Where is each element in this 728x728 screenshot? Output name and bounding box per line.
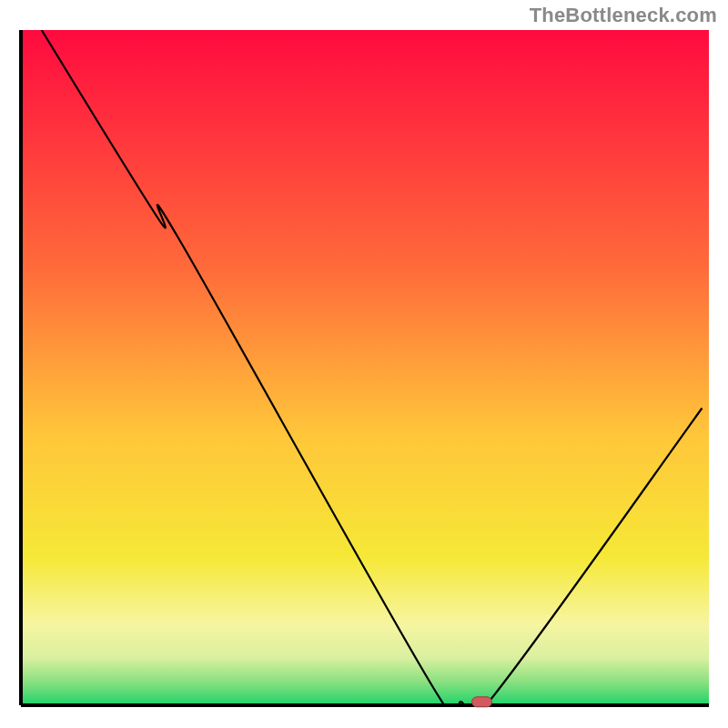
markers <box>472 697 492 707</box>
chart-svg <box>0 0 728 728</box>
plot-background-gradient <box>21 30 709 705</box>
dip-marker <box>472 697 492 707</box>
chart-stage: TheBottleneck.com <box>0 0 728 728</box>
